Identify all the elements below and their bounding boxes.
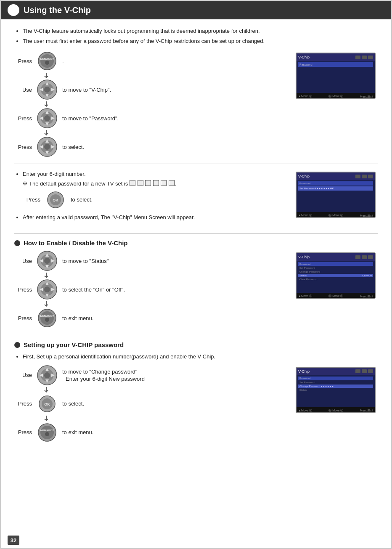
section2-header: How to Enable / Disable the V-Chip: [14, 239, 378, 247]
s3-nav-1[interactable]: [37, 365, 57, 385]
tv-footer-4: ▲Move ⓐⓑ Move ⓒMenu/Exit: [297, 407, 375, 413]
ok-press-row: Press OK to select.: [23, 190, 294, 210]
s2-text-1: to move to "Status": [62, 258, 294, 264]
press-label-1: Press: [14, 58, 32, 64]
section3-header: Setting up your V-CHIP password: [14, 341, 378, 348]
pwd-suffix: .: [175, 180, 177, 187]
divider-2: [14, 233, 378, 233]
svg-text:MENU/EXIT: MENU/EXIT: [40, 58, 54, 60]
tv-header-2: V-Chip: [297, 172, 375, 180]
svg-point-59: [45, 432, 49, 436]
default-pwd-text: The default password for a new TV set is: [29, 180, 128, 187]
page-wrapper: Using the V-Chip The V-Chip feature auto…: [0, 0, 392, 549]
tv-header-1: V-Chip: [297, 53, 375, 61]
ok-button-1[interactable]: OK: [45, 190, 66, 210]
intro-bullets: The V-Chip feature automatically locks o…: [14, 27, 378, 45]
s3-row-3: Press MENU/EXIT to exit menu.: [14, 422, 294, 443]
tv-header-4: V-Chip: [297, 368, 375, 375]
nav-button-3[interactable]: [37, 137, 57, 157]
pwd-box-1: [130, 180, 135, 186]
svg-text:MENU/EXIT: MENU/EXIT: [40, 429, 54, 432]
press-label-3: Press: [14, 144, 32, 150]
press-row-1: Press MENU/EXIT .: [14, 51, 294, 71]
section3-bullet: First, Set up a personal identification …: [23, 353, 378, 361]
tv-thumbnail-4: V-Chip Password Set Password Change Pass…: [296, 367, 376, 413]
svg-point-24: [44, 144, 50, 150]
svg-point-45: [45, 318, 49, 322]
divider-1: [14, 164, 378, 164]
menu-button-1[interactable]: MENU/EXIT: [37, 51, 57, 71]
tv-thumbnail-3: V-Chip Password Set Password Change Pass…: [296, 252, 376, 299]
s3-ok-1[interactable]: OK: [37, 394, 57, 414]
after-pwd-list: After entering a valid password, The "V-…: [14, 213, 294, 222]
press-label-2: Press: [14, 115, 32, 122]
s2-nav-1[interactable]: [37, 251, 57, 271]
section2-dot: [14, 240, 20, 246]
svg-point-3: [45, 61, 49, 65]
s3-menu-1[interactable]: MENU/EXIT: [37, 422, 57, 443]
s2-row-3: Press MENU/EXIT to exit menu.: [14, 308, 294, 328]
ok-press-label: Press: [23, 196, 40, 203]
svg-text:OK: OK: [44, 402, 50, 406]
nav-button-1[interactable]: [37, 80, 57, 100]
s3-use-label-1: Use: [14, 372, 32, 378]
title-circle-icon: [8, 4, 19, 16]
enter-pwd-left: Enter your 6-digit number. ※ The default…: [14, 170, 294, 227]
s2-press-label-1: Press: [14, 286, 32, 293]
s3-press-label-1: Press: [14, 400, 32, 407]
tv-screen-1: V-Chip Password ▲Move: [294, 51, 378, 99]
default-pwd-note: ※ The default password for a new TV set …: [23, 180, 294, 187]
svg-point-34: [44, 258, 50, 264]
s2-use-label-1: Use: [14, 258, 32, 264]
tv-footer-1: ▲Move ⓐⓑ Move ⓒMenu/Exit: [297, 93, 375, 99]
press-row-2: Use to move to "V-Chip: [14, 80, 294, 100]
s3-text-3: to exit menu.: [62, 429, 294, 435]
tv-screen-2-wrapper: V-Chip Password Set Password ● ● ● ● ● ●…: [294, 170, 378, 218]
intro-bullet-2: The user must first enter a password bef…: [23, 37, 378, 45]
enter-pwd-bullet: Enter your 6-digit number.: [23, 170, 294, 178]
arrow-3: [37, 129, 57, 137]
ok-row-wrapper: Press OK to select.: [23, 190, 294, 210]
s2-text-2: to select the "On" or "Off".: [62, 286, 294, 293]
nav-button-2[interactable]: [37, 108, 57, 128]
press-row-3: Press to move to "Password".: [14, 108, 294, 128]
s3-text-1a: to move to "Change password": [62, 369, 145, 375]
pwd-boxes: [130, 180, 175, 187]
ok-press-text: to select.: [71, 196, 294, 203]
arrow-1: [37, 72, 57, 80]
s3-press-label-2: Press: [14, 429, 32, 435]
s2-text-3: to exit menu.: [62, 315, 294, 321]
main-content: The V-Chip feature automatically locks o…: [1, 19, 391, 449]
svg-text:MENU/EXIT: MENU/EXIT: [40, 315, 54, 317]
svg-point-17: [44, 115, 50, 121]
note-symbol: ※: [23, 180, 27, 187]
s3-text-2: to select.: [62, 400, 294, 407]
tv-footer-2: ▲Move ⓐⓑ Move ⓒMenu/Exit: [297, 212, 375, 218]
page-title: Using the V-Chip: [24, 5, 91, 15]
section3-block: Use to move to "Change p: [14, 365, 378, 443]
s3-text-1b: Enter your 6-digit New password: [66, 376, 145, 382]
section3-dot: [14, 342, 20, 348]
pwd-box-5: [161, 180, 167, 186]
arrow-2: [37, 101, 57, 108]
section3-title: Setting up your V-CHIP password: [24, 341, 124, 348]
s2-press-label-2: Press: [14, 315, 32, 321]
section3-bullets: First, Set up a personal identification …: [14, 353, 378, 361]
section1-block: Press MENU/EXIT .: [14, 51, 378, 158]
title-bar: Using the V-Chip: [1, 1, 391, 19]
arrow-s2-1: [37, 272, 57, 279]
tv-thumbnail-1: V-Chip Password ▲Move: [296, 53, 376, 99]
section2-block: Use to move to "Status": [14, 251, 378, 329]
s3-row-2: Press OK to select.: [14, 394, 294, 414]
enter-pwd-block: Enter your 6-digit number. ※ The default…: [14, 170, 378, 227]
section3-left: Use to move to "Change p: [14, 365, 294, 443]
arrow-s3-1: [37, 386, 57, 394]
svg-point-41: [44, 286, 50, 292]
svg-text:OK: OK: [53, 198, 58, 202]
press-text-4: to select.: [62, 144, 294, 150]
s2-nav-2[interactable]: [37, 279, 57, 300]
press-text-1: .: [62, 58, 294, 64]
enter-pwd-bullets: Enter your 6-digit number.: [14, 170, 294, 178]
page-number: 32: [8, 536, 19, 545]
s2-menu-1[interactable]: MENU/EXIT: [37, 308, 57, 328]
